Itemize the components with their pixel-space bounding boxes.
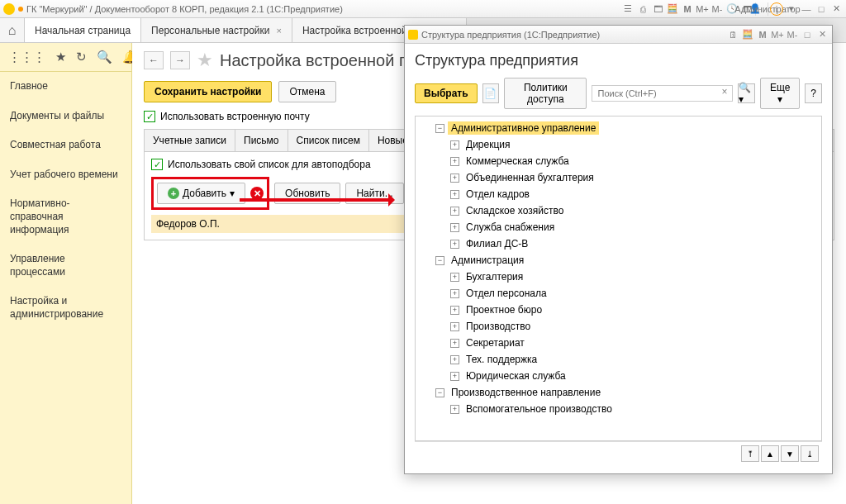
info-icon[interactable]: i [770,2,783,16]
collapse-icon[interactable]: − [435,256,444,265]
close-icon[interactable]: × [277,26,282,36]
tree-node[interactable]: Проектное бюро [463,303,545,316]
menu-icon[interactable]: ⋮⋮⋮ [8,50,45,64]
tree-node[interactable]: Администрация [448,254,527,267]
checkbox-own-list[interactable]: ✓ [151,159,163,170]
save-button[interactable]: Сохранить настройки [144,81,272,102]
collapse-icon[interactable]: − [435,388,444,397]
star-icon[interactable]: ★ [55,50,66,64]
tree-view[interactable]: −Административное управление +Дирекция +… [415,116,822,441]
toolbar-icon[interactable]: 🗔 [651,2,664,16]
expand-icon[interactable]: + [450,174,459,183]
expand-icon[interactable]: + [450,273,459,282]
forward-button[interactable]: → [170,51,190,69]
subtab[interactable]: Письмо [235,130,288,151]
toolbar-icon[interactable]: 🧮 [666,2,679,16]
sidebar-item[interactable]: Совместная работа [0,131,131,160]
expand-icon[interactable]: + [450,372,459,381]
tab-home[interactable]: Начальная страница [25,18,141,42]
more-button[interactable]: Еще ▾ [760,78,800,109]
toolbar-icon[interactable]: ☰ [621,2,634,16]
mplus-indicator[interactable]: M+ [696,2,709,16]
history-icon[interactable]: ↻ [76,50,87,64]
expand-icon[interactable]: + [450,322,459,331]
tree-node[interactable]: Служба снабжения [463,221,558,234]
tree-node[interactable]: Отдел персонала [463,287,550,300]
m-indicator[interactable]: M [681,2,694,16]
search-icon[interactable]: 🔍 [97,50,112,64]
scroll-up-button[interactable]: ▲ [761,445,779,462]
expand-icon[interactable]: + [450,190,459,199]
select-button[interactable]: Выбрать [415,83,478,103]
policies-button[interactable]: Политики доступа [504,78,587,109]
tree-node[interactable]: Филиал ДС-В [463,237,531,250]
close-button[interactable]: ✕ [829,2,843,16]
checkbox-use-builtin[interactable]: ✓ [144,111,155,122]
highlight-annotation: + Добавить ▾ ✕ [151,177,269,210]
user-label: 👤 Администратор [755,2,768,16]
back-button[interactable]: ← [144,51,164,69]
tree-node[interactable]: Юридическая служба [463,369,569,383]
mminus-indicator[interactable]: M- [786,28,799,41]
tree-node[interactable]: Коммерческая служба [463,155,573,168]
tree-node[interactable]: Бухгалтерия [463,270,526,283]
tree-node[interactable]: Тех. поддержка [463,353,540,366]
scroll-down-button[interactable]: ▼ [781,445,799,462]
tab-personal-settings[interactable]: Персональные настройки× [141,18,292,42]
sidebar-item[interactable]: Нормативно-справочная информация [0,189,131,245]
close-button[interactable]: ✕ [815,28,829,41]
tree-node[interactable]: Производство [463,320,534,333]
minimize-button[interactable]: — [800,2,813,16]
add-button[interactable]: + Добавить ▾ [157,183,245,204]
expand-icon[interactable]: + [450,355,459,364]
help-button[interactable]: ? [805,83,822,103]
toolbar-icon[interactable]: ⎙ [636,2,649,16]
scroll-bottom-button[interactable]: ⤓ [801,445,819,462]
m-indicator[interactable]: M [756,28,769,41]
sidebar-item[interactable]: Настройка и администрирование [0,287,131,329]
expand-icon[interactable]: + [450,339,459,348]
tree-node[interactable]: Объединенная бухгалтерия [463,171,597,184]
cancel-button[interactable]: Отмена [278,81,335,102]
maximize-button[interactable]: □ [801,28,814,41]
search-field[interactable] [592,86,716,101]
create-button[interactable]: 📄 [482,83,500,103]
tree-node[interactable]: Дирекция [463,138,514,151]
dropdown-icon[interactable]: ▾ [785,2,798,16]
sidebar-item[interactable]: Документы и файлы [0,102,131,131]
home-icon[interactable]: ⌂ [0,18,25,42]
app-logo [3,3,15,15]
toolbar-icon[interactable]: 🗓 [726,28,739,41]
tree-node-root[interactable]: Административное управление [448,121,599,135]
subtab[interactable]: Учетные записи [145,130,235,151]
expand-icon[interactable]: + [450,207,459,216]
tree-node[interactable]: Вспомогательное производство [463,402,615,416]
subtab[interactable]: Список писем [288,130,369,151]
search-input[interactable]: × [592,85,733,102]
sidebar-item[interactable]: Учет рабочего времени [0,160,131,190]
clear-icon[interactable]: × [716,86,732,101]
expand-icon[interactable]: + [450,240,459,249]
sidebar-item[interactable]: Главное [0,72,131,102]
expand-icon[interactable]: + [450,306,459,315]
expand-icon[interactable]: + [450,223,459,232]
mplus-indicator[interactable]: M+ [771,28,784,41]
scroll-top-button[interactable]: ⤒ [741,445,759,462]
maximize-button[interactable]: □ [815,2,828,16]
search-button[interactable]: 🔍▾ [738,83,755,103]
expand-icon[interactable]: + [450,405,459,414]
dropdown-icon: ▾ [230,188,235,199]
sidebar: ⋮⋮⋮ ★ ↻ 🔍 🔔 Главное Документы и файлы Со… [0,43,132,504]
tree-node[interactable]: Производственное направление [448,386,604,399]
tree-node[interactable]: Секретариат [463,336,528,349]
expand-icon[interactable]: + [450,289,459,298]
toolbar-icon[interactable]: 🧮 [741,28,754,41]
collapse-icon[interactable]: − [435,124,444,133]
tree-node[interactable]: Складское хозяйство [463,204,567,217]
tree-node[interactable]: Отдел кадров [463,188,533,201]
mminus-indicator[interactable]: M- [711,2,724,16]
expand-icon[interactable]: + [450,157,459,166]
favorite-icon[interactable]: ★ [197,50,213,71]
sidebar-item[interactable]: Управление процессами [0,245,131,287]
expand-icon[interactable]: + [450,140,459,150]
